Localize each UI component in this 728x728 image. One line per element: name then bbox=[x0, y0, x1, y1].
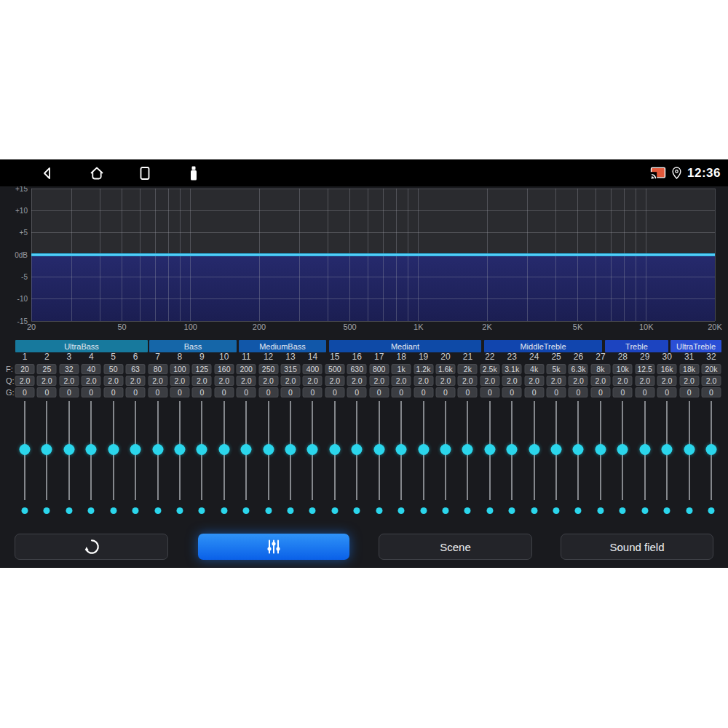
back-icon[interactable] bbox=[39, 165, 56, 182]
gain-value-chip[interactable]: 0 bbox=[392, 387, 411, 397]
q-value-chip[interactable]: 2.0 bbox=[458, 376, 478, 386]
gain-value-chip[interactable]: 0 bbox=[347, 387, 367, 397]
band-slider-knob[interactable] bbox=[108, 444, 119, 455]
freq-value-chip[interactable]: 3.1k bbox=[502, 364, 522, 374]
q-value-chip[interactable]: 2.0 bbox=[480, 376, 499, 386]
band-slider-knob[interactable] bbox=[662, 444, 673, 455]
gain-value-chip[interactable]: 0 bbox=[480, 387, 499, 397]
q-value-chip[interactable]: 2.0 bbox=[237, 376, 256, 386]
q-value-chip[interactable]: 2.0 bbox=[37, 376, 57, 386]
gain-value-chip[interactable]: 0 bbox=[281, 387, 301, 397]
band-slider-knob[interactable] bbox=[418, 444, 429, 455]
q-value-chip[interactable]: 2.0 bbox=[547, 376, 566, 386]
band-slider-knob[interactable] bbox=[86, 444, 97, 455]
band-slider-knob[interactable] bbox=[19, 444, 30, 455]
q-value-chip[interactable]: 2.0 bbox=[502, 376, 522, 386]
freq-value-chip[interactable]: 250 bbox=[258, 364, 278, 374]
freq-value-chip[interactable]: 6.3k bbox=[569, 364, 588, 374]
q-value-chip[interactable]: 2.0 bbox=[258, 376, 278, 386]
freq-value-chip[interactable]: 12.5 bbox=[635, 364, 654, 374]
freq-value-chip[interactable]: 50 bbox=[103, 364, 123, 374]
band-slider-knob[interactable] bbox=[152, 444, 163, 455]
band-slider-knob[interactable] bbox=[373, 444, 384, 455]
band-slider-knob[interactable] bbox=[551, 444, 562, 455]
gain-value-chip[interactable]: 0 bbox=[37, 387, 57, 397]
freq-value-chip[interactable]: 160 bbox=[214, 364, 234, 374]
gain-value-chip[interactable]: 0 bbox=[657, 387, 677, 397]
freq-value-chip[interactable]: 2k bbox=[458, 364, 478, 374]
q-value-chip[interactable]: 2.0 bbox=[524, 376, 544, 386]
sound-field-button[interactable]: Sound field bbox=[561, 534, 713, 560]
freq-value-chip[interactable]: 315 bbox=[281, 364, 301, 374]
band-slider-knob[interactable] bbox=[617, 444, 628, 455]
band-slider-knob[interactable] bbox=[507, 444, 518, 455]
q-value-chip[interactable]: 2.0 bbox=[414, 376, 433, 386]
reset-button[interactable] bbox=[15, 534, 168, 560]
freq-value-chip[interactable]: 40 bbox=[82, 364, 101, 374]
q-value-chip[interactable]: 2.0 bbox=[303, 376, 323, 386]
equalizer-button[interactable] bbox=[198, 534, 349, 560]
gain-value-chip[interactable]: 0 bbox=[458, 387, 478, 397]
q-value-chip[interactable]: 2.0 bbox=[679, 376, 699, 386]
q-value-chip[interactable]: 2.0 bbox=[590, 376, 610, 386]
freq-value-chip[interactable]: 20 bbox=[15, 364, 34, 374]
q-value-chip[interactable]: 2.0 bbox=[82, 376, 101, 386]
freq-value-chip[interactable]: 8k bbox=[590, 364, 610, 374]
q-value-chip[interactable]: 2.0 bbox=[569, 376, 588, 386]
band-slider-knob[interactable] bbox=[706, 444, 717, 455]
gain-value-chip[interactable]: 0 bbox=[524, 387, 544, 397]
freq-value-chip[interactable]: 800 bbox=[369, 364, 389, 374]
gain-value-chip[interactable]: 0 bbox=[590, 387, 610, 397]
freq-value-chip[interactable]: 125 bbox=[192, 364, 212, 374]
freq-value-chip[interactable]: 80 bbox=[148, 364, 167, 374]
gain-value-chip[interactable]: 0 bbox=[170, 387, 189, 397]
freq-value-chip[interactable]: 1.6k bbox=[435, 364, 455, 374]
freq-value-chip[interactable]: 25 bbox=[37, 364, 57, 374]
gain-value-chip[interactable]: 0 bbox=[303, 387, 323, 397]
gain-value-chip[interactable]: 0 bbox=[679, 387, 699, 397]
q-value-chip[interactable]: 2.0 bbox=[59, 376, 79, 386]
q-value-chip[interactable]: 2.0 bbox=[170, 376, 189, 386]
band-slider-knob[interactable] bbox=[63, 444, 74, 455]
band-slider-knob[interactable] bbox=[529, 444, 539, 455]
band-slider-knob[interactable] bbox=[329, 444, 340, 455]
band-slider-knob[interactable] bbox=[174, 444, 185, 455]
freq-value-chip[interactable]: 630 bbox=[347, 364, 367, 374]
q-value-chip[interactable]: 2.0 bbox=[15, 376, 34, 386]
band-slider-knob[interactable] bbox=[573, 444, 584, 455]
freq-value-chip[interactable]: 63 bbox=[126, 364, 146, 374]
freq-value-chip[interactable]: 500 bbox=[325, 364, 344, 374]
gain-value-chip[interactable]: 0 bbox=[59, 387, 79, 397]
q-value-chip[interactable]: 2.0 bbox=[657, 376, 677, 386]
gain-value-chip[interactable]: 0 bbox=[192, 387, 212, 397]
freq-value-chip[interactable]: 18k bbox=[679, 364, 699, 374]
band-slider-knob[interactable] bbox=[595, 444, 606, 455]
band-slider-knob[interactable] bbox=[440, 444, 451, 455]
band-slider-knob[interactable] bbox=[684, 444, 695, 455]
q-value-chip[interactable]: 2.0 bbox=[347, 376, 367, 386]
q-value-chip[interactable]: 2.0 bbox=[702, 376, 721, 386]
band-slider-knob[interactable] bbox=[352, 444, 363, 455]
q-value-chip[interactable]: 2.0 bbox=[635, 376, 654, 386]
gain-value-chip[interactable]: 0 bbox=[569, 387, 588, 397]
gain-value-chip[interactable]: 0 bbox=[15, 387, 34, 397]
band-slider-knob[interactable] bbox=[41, 444, 52, 455]
gain-value-chip[interactable]: 0 bbox=[258, 387, 278, 397]
band-slider-knob[interactable] bbox=[241, 444, 252, 455]
freq-value-chip[interactable]: 20k bbox=[702, 364, 721, 374]
gain-value-chip[interactable]: 0 bbox=[702, 387, 721, 397]
gain-value-chip[interactable]: 0 bbox=[325, 387, 344, 397]
freq-value-chip[interactable]: 200 bbox=[237, 364, 256, 374]
band-slider-knob[interactable] bbox=[639, 444, 650, 455]
scene-button[interactable]: Scene bbox=[379, 534, 532, 560]
gain-value-chip[interactable]: 0 bbox=[148, 387, 167, 397]
gain-value-chip[interactable]: 0 bbox=[214, 387, 234, 397]
band-slider-knob[interactable] bbox=[484, 444, 495, 455]
home-icon[interactable] bbox=[88, 165, 106, 182]
q-value-chip[interactable]: 2.0 bbox=[369, 376, 389, 386]
gain-value-chip[interactable]: 0 bbox=[635, 387, 654, 397]
gain-value-chip[interactable]: 0 bbox=[82, 387, 101, 397]
freq-value-chip[interactable]: 100 bbox=[170, 364, 189, 374]
q-value-chip[interactable]: 2.0 bbox=[103, 376, 123, 386]
q-value-chip[interactable]: 2.0 bbox=[148, 376, 167, 386]
